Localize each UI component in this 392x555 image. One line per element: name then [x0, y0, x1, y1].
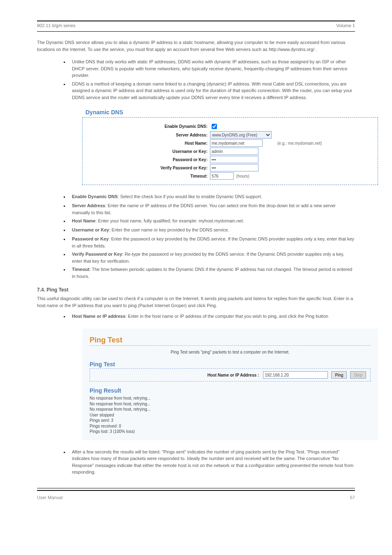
square-bullet-icon: ■	[64, 266, 68, 280]
square-bullet-icon: ■	[64, 217, 68, 225]
header-right: Volume 1	[336, 23, 355, 28]
ping-host-label: Host Name or IP Address :	[208, 373, 259, 377]
host-name-input[interactable]	[210, 139, 263, 147]
timeout-input[interactable]	[210, 172, 234, 180]
header-rule-bottom	[37, 31, 355, 32]
footer-right: 67	[350, 495, 355, 500]
section-heading-ping-test: 7.4. Ping Test	[37, 287, 355, 293]
square-bullet-icon: ■	[64, 313, 68, 320]
ping-host-input[interactable]	[263, 371, 328, 379]
ping-result-explain-bullet: ■ After a few seconds the results will b…	[64, 449, 355, 476]
label-username-key: Username or Key:	[88, 149, 210, 154]
enable-ddns-checkbox[interactable]	[212, 124, 217, 129]
ddns-bullet-server: ■ Server Address: Enter the name or IP a…	[64, 202, 355, 216]
label-verify-password-key: Verify Password or Key:	[88, 166, 210, 170]
label-server-address: Server Address:	[88, 133, 210, 137]
ping-main-title: Ping Test	[90, 336, 378, 345]
ddns-bullet-pass: ■ Password or Key: Enter the password or…	[64, 236, 355, 249]
ping-result-text: No response from host, retrying... No re…	[90, 395, 371, 435]
footer-rule-top	[37, 488, 355, 488]
square-bullet-icon: ■	[64, 58, 68, 79]
ping-result-title: Ping Result	[90, 387, 378, 394]
ping-lead-text: This useful diagnostic utility can be us…	[37, 295, 355, 309]
stop-button[interactable]: Stop	[350, 371, 366, 379]
ping-form-box: Host Name or IP Address : Ping Stop	[90, 368, 371, 382]
page-footer: User Manual 67	[37, 495, 355, 500]
square-bullet-icon: ■	[64, 202, 68, 216]
intro-para-1: The Dynamic DNS service allows you to al…	[37, 39, 355, 53]
ddns-title: Dynamic DNS	[85, 109, 378, 116]
dynamic-dns-screenshot: Dynamic DNS Enable Dynamic DNS: Server A…	[82, 109, 378, 185]
ddns-bullet-timeout: ■ Timeout: The time between periodic upd…	[64, 266, 355, 280]
ping-test-screenshot: Ping Test Ping Test sends "ping" packets…	[82, 328, 378, 440]
ddns-bullet-verify: ■ Verify Password or Key: Re-type the pa…	[64, 251, 355, 264]
label-password-key: Password or Key:	[88, 157, 210, 162]
footer-left: User Manual	[37, 495, 62, 500]
ddns-bullet-host: ■ Host Name: Enter your host name, fully…	[64, 217, 355, 225]
ddns-bullet-user: ■ Username or Key: Enter the user name o…	[64, 227, 355, 234]
password-input[interactable]	[210, 156, 258, 163]
page-header: 802.11 b/g/n series Volume 1	[37, 23, 355, 28]
timeout-hint: (hours)	[236, 174, 249, 178]
label-timeout: Timeout:	[88, 174, 210, 178]
square-bullet-icon: ■	[64, 236, 68, 249]
square-bullet-icon: ■	[64, 81, 68, 101]
ddns-form-box: Enable Dynamic DNS: Server Address: www.…	[82, 117, 378, 185]
verify-password-input[interactable]	[210, 164, 258, 171]
square-bullet-icon: ■	[64, 227, 68, 234]
square-bullet-icon: ■	[64, 449, 68, 476]
host-name-hint: (e.g.: me.mydomain.net)	[277, 141, 322, 146]
square-bullet-icon: ■	[64, 251, 68, 264]
ping-rule	[90, 345, 371, 346]
ddns-bullet-enable: ■ Enable Dynamic DNS: Select the check b…	[64, 193, 355, 201]
intro-bullet-1: ■ Unlike DNS that only works with static…	[64, 58, 355, 79]
server-address-select[interactable]: www.DynDNS.org (Free)	[210, 131, 272, 139]
ping-bullet-host: ■ Host Name or IP address: Enter in the …	[64, 313, 355, 320]
label-host-name: Host Name:	[88, 141, 210, 146]
ping-sub-title: Ping Test	[90, 361, 378, 368]
intro-bullet-2: ■ DDNS is a method of keeping a domain n…	[64, 81, 355, 101]
label-enable-ddns: Enable Dynamic DNS:	[88, 124, 210, 129]
header-rule-top	[37, 21, 355, 21]
header-left: 802.11 b/g/n series	[37, 23, 76, 28]
square-bullet-icon: ■	[64, 193, 68, 201]
ping-button[interactable]: Ping	[331, 371, 347, 379]
footer-rule-bottom	[37, 490, 355, 491]
ping-description: Ping Test sends "ping" packets to test a…	[82, 350, 378, 354]
username-input[interactable]	[210, 148, 258, 155]
